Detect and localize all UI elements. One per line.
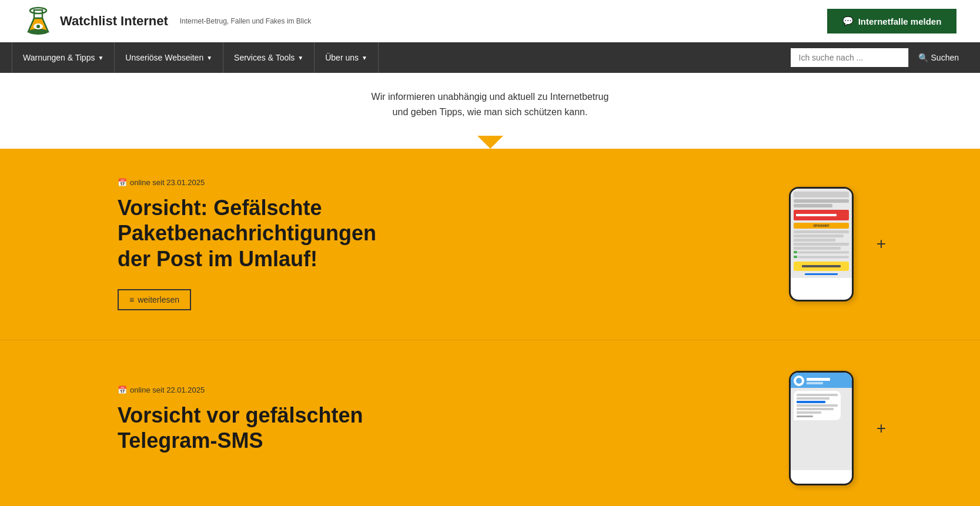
article-2-image: + — [780, 370, 862, 487]
logo-text: Watchlist Internet — [60, 14, 168, 29]
chevron-down-icon: ▼ — [206, 55, 212, 61]
top-header: Watchlist Internet Internet-Betrug, Fall… — [0, 0, 980, 42]
main-nav: Warnungen & Tipps ▼ Unseriöse Webseiten … — [0, 42, 980, 73]
report-label: Internetfalle melden — [858, 16, 942, 26]
svg-point-3 — [28, 29, 48, 35]
nav-warnungen-label: Warnungen & Tipps — [23, 53, 95, 62]
hero-tagline-line2: und geben Tipps, wie man sich schützen k… — [12, 105, 968, 120]
plus-icon-2: + — [877, 419, 886, 438]
article-2-content: 📅 online seit 22.01.2025 Vorsicht vor ge… — [118, 386, 412, 471]
weiterlesen-button-1[interactable]: ≡ weiterlesen — [118, 289, 191, 310]
logo-icon — [24, 6, 53, 36]
nav-services[interactable]: Services & Tools ▼ — [223, 42, 315, 73]
chevron-down-icon: ▼ — [362, 55, 367, 61]
article-1-date: 📅 online seit 23.01.2025 — [118, 178, 412, 187]
article-2-date: 📅 online seit 22.01.2025 — [118, 386, 412, 394]
nav-warnungen[interactable]: Warnungen & Tipps ▼ — [12, 42, 115, 73]
lines-icon: ≡ — [129, 295, 134, 304]
svg-point-5 — [36, 25, 40, 28]
report-button[interactable]: 💬 Internetfalle melden — [827, 9, 956, 33]
chevron-down-icon: ▼ — [98, 55, 103, 61]
article-1-title: Vorsicht: Gefälschte Paketbenachrichtigu… — [118, 195, 412, 272]
hero-section: Wir informieren unabhängig und aktuell z… — [0, 73, 980, 136]
logo-area: Watchlist Internet Internet-Betrug, Fall… — [24, 6, 311, 36]
hero-tagline-line1: Wir informieren unabhängig und aktuell z… — [12, 89, 968, 105]
nav-unserioes[interactable]: Unseriöse Webseiten ▼ — [115, 42, 223, 73]
article-card-2: 📅 online seit 22.01.2025 Vorsicht vor ge… — [0, 340, 980, 506]
triangle-divider — [477, 136, 503, 149]
nav-ueber[interactable]: Über uns ▼ — [315, 42, 379, 73]
logo-tagline: Internet-Betrug, Fallen und Fakes im Bli… — [180, 17, 311, 25]
report-icon: 💬 — [842, 16, 854, 26]
weiterlesen-label-1: weiterlesen — [138, 295, 179, 304]
phone-mockup-2 — [789, 371, 854, 485]
nav-unserioes-label: Unseriöse Webseiten — [125, 53, 203, 62]
article-1-content: 📅 online seit 23.01.2025 Vorsicht: Gefäl… — [118, 178, 412, 310]
search-button[interactable]: 🔍 Suchen — [908, 48, 968, 67]
article-1-image: OPK000897 + — [780, 185, 862, 303]
nav-ueber-label: Über uns — [325, 53, 359, 62]
calendar-icon-2: 📅 — [118, 386, 127, 394]
search-label: Suchen — [931, 53, 959, 62]
chevron-down-icon: ▼ — [297, 55, 303, 61]
article-2-title: Vorsicht vor gefälschten Telegram-SMS — [118, 403, 412, 453]
search-area: 🔍 Suchen — [791, 48, 968, 67]
plus-icon-1: + — [877, 234, 886, 253]
search-icon: 🔍 — [918, 53, 928, 62]
nav-services-label: Services & Tools — [234, 53, 295, 62]
article-card-1: 📅 online seit 23.01.2025 Vorsicht: Gefäl… — [0, 149, 980, 340]
phone-mockup-1: OPK000897 — [789, 187, 854, 301]
search-input[interactable] — [791, 48, 908, 67]
calendar-icon: 📅 — [118, 178, 127, 187]
